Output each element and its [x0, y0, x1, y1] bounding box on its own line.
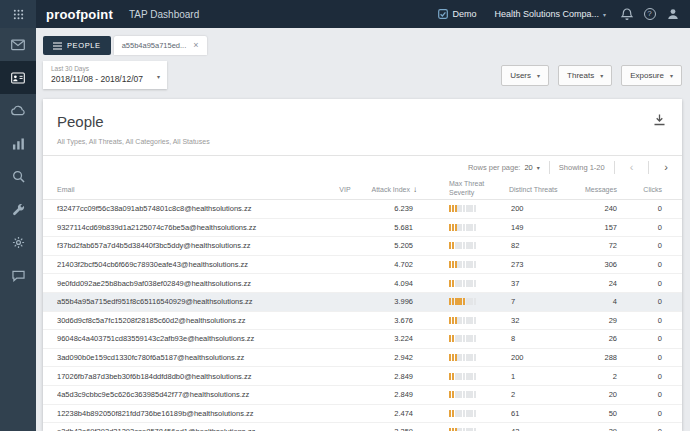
- sidebar-item-mail[interactable]: [0, 28, 36, 61]
- users-dropdown[interactable]: Users ▾: [501, 65, 549, 86]
- table-row[interactable]: 17026fb7a87d3beb30f6b184ddfd8db0@healths…: [43, 367, 682, 386]
- column-header-messages[interactable]: Messages: [579, 186, 641, 193]
- people-icon: [11, 72, 25, 84]
- max-threat-severity-cell: [425, 261, 509, 268]
- column-header-clicks[interactable]: Clicks: [641, 186, 668, 193]
- column-header-max-threat-severity[interactable]: Max Threat Severity: [425, 180, 509, 198]
- email-cell[interactable]: 30d6d9cf8c5a7fc15208f28185c60d2@healthso…: [57, 316, 327, 325]
- column-header-vip[interactable]: VIP: [327, 186, 363, 193]
- column-header-distinct-threats[interactable]: Distinct Threats: [509, 186, 579, 193]
- max-threat-severity-cell: [425, 205, 509, 212]
- caret-down-icon: ▾: [537, 164, 540, 171]
- table-row[interactable]: f37bd2fab657a7d4b5d38440f3bc5ddy@healths…: [43, 237, 682, 256]
- table-row[interactable]: 4a5d3c9cbbc9e5c626c363985d42f77@healthso…: [43, 386, 682, 405]
- table-row[interactable]: 96048c4a403751cd83559143c2afb93e@healths…: [43, 330, 682, 349]
- download-icon: [653, 113, 666, 126]
- email-cell[interactable]: 9e0fdd092ae25b8bacb9af038ef02849@healths…: [57, 279, 327, 288]
- tab-person-detail[interactable]: a55b4a95a715ed... ×: [114, 36, 207, 55]
- messages-cell: 72: [579, 241, 641, 250]
- table-row[interactable]: f32477cc09f56c38a091ab574801c8c8@healths…: [43, 200, 682, 219]
- prev-page-button[interactable]: ‹: [624, 162, 640, 173]
- people-nav-label: PEOPLE: [67, 41, 101, 50]
- exposure-dropdown[interactable]: Exposure ▾: [621, 65, 682, 86]
- messages-cell: 2: [579, 372, 641, 381]
- people-nav-button[interactable]: PEOPLE: [43, 36, 111, 55]
- email-cell[interactable]: e3db42a69f293d31293cae8578456ad1@healths…: [57, 427, 327, 431]
- notifications-button[interactable]: [615, 0, 638, 28]
- table-row[interactable]: 30d6d9cf8c5a7fc15208f28185c60d2@healthso…: [43, 312, 682, 331]
- attack-index-cell: 4.702: [363, 260, 425, 269]
- sidebar-item-people[interactable]: [0, 61, 36, 94]
- rows-per-page-select[interactable]: 20 ▾: [524, 163, 539, 172]
- max-threat-severity-cell: [425, 224, 509, 231]
- email-cell[interactable]: a55b4a95a715edf951f8c65116540929@healths…: [57, 297, 327, 306]
- org-label: Health Solutions Compa...: [494, 9, 599, 19]
- messages-cell: 24: [579, 279, 641, 288]
- divider: [549, 161, 550, 174]
- account-button[interactable]: [661, 0, 684, 28]
- email-cell[interactable]: 3ad090b0e159cd1330fc780f6a5187@healthsol…: [57, 353, 327, 362]
- threats-dropdown[interactable]: Threats ▾: [558, 65, 612, 86]
- close-icon[interactable]: ×: [193, 41, 198, 50]
- filters-row: Last 30 Days 2018/11/08 - 2018/12/07 ▾ U…: [36, 55, 690, 89]
- email-cell[interactable]: 21403f2bcf504cb6f669c78930eafe43@healths…: [57, 260, 327, 269]
- messages-cell: 26: [579, 334, 641, 343]
- mail-icon: [11, 39, 25, 51]
- page-title: People: [57, 113, 104, 130]
- sidebar-item-reports[interactable]: [0, 127, 36, 160]
- bell-icon: [621, 8, 633, 21]
- attack-index-cell: 2.359: [363, 427, 425, 431]
- attack-index-cell: 6.239: [363, 204, 425, 213]
- sidebar-item-cloud[interactable]: [0, 94, 36, 127]
- search-icon: [12, 170, 25, 183]
- app-launcher-button[interactable]: [0, 0, 36, 28]
- proofpoint-logo: proofpoint: [46, 7, 113, 22]
- column-header-attack-index[interactable]: Attack Index ↓: [363, 185, 425, 194]
- table-row[interactable]: e3db42a69f293d31293cae8578456ad1@healths…: [43, 423, 682, 431]
- max-threat-severity-cell: [425, 242, 509, 249]
- filter-dropdowns: Users ▾ Threats ▾ Exposure ▾: [501, 65, 682, 86]
- date-range-selector[interactable]: Last 30 Days 2018/11/08 - 2018/12/07 ▾: [43, 61, 167, 89]
- distinct-threats-cell: 42: [509, 427, 579, 431]
- email-cell[interactable]: f32477cc09f56c38a091ab574801c8c8@healths…: [57, 204, 327, 213]
- sidebar-item-tools[interactable]: [0, 193, 36, 226]
- email-cell[interactable]: 12238b4b892050f821fdd736be16189b@healths…: [57, 409, 327, 418]
- email-cell[interactable]: f37bd2fab657a7d4b5d38440f3bc5ddy@healths…: [57, 241, 327, 250]
- email-cell[interactable]: 4a5d3c9cbbc9e5c626c363985d42f77@healthso…: [57, 390, 327, 399]
- max-threat-severity-cell: [425, 317, 509, 324]
- attack-index-cell: 3.676: [363, 316, 425, 325]
- attack-index-cell: 3.224: [363, 334, 425, 343]
- messages-cell: 50: [579, 409, 641, 418]
- table-row[interactable]: 9327114cd69b839d1a2125074c76be5a@healths…: [43, 219, 682, 238]
- attack-index-cell: 2.849: [363, 390, 425, 399]
- demo-toggle[interactable]: Demo: [429, 0, 485, 28]
- column-header-email[interactable]: Email: [57, 186, 327, 193]
- download-button[interactable]: [651, 111, 668, 131]
- table-row[interactable]: 3ad090b0e159cd1330fc780f6a5187@healthsol…: [43, 349, 682, 368]
- caret-down-icon: ▾: [600, 72, 603, 79]
- wrench-icon: [12, 203, 25, 216]
- email-cell[interactable]: 9327114cd69b839d1a2125074c76be5a@healths…: [57, 223, 327, 232]
- left-sidebar: [0, 28, 36, 431]
- sidebar-item-search[interactable]: [0, 160, 36, 193]
- main-content: PEOPLE a55b4a95a715ed... × Last 30 Days …: [36, 28, 690, 431]
- severity-bar: [449, 224, 509, 231]
- distinct-threats-cell: 61: [509, 409, 579, 418]
- sidebar-item-settings[interactable]: [0, 226, 36, 259]
- table-row[interactable]: a55b4a95a715edf951f8c65116540929@healths…: [43, 293, 682, 312]
- table-row[interactable]: 21403f2bcf504cb6f669c78930eafe43@healths…: [43, 256, 682, 275]
- email-cell[interactable]: 17026fb7a87d3beb30f6b184ddfd8db0@healths…: [57, 372, 327, 381]
- top-navbar: proofpoint TAP Dashboard Demo Health Sol…: [0, 0, 690, 28]
- next-page-button[interactable]: ›: [658, 162, 674, 173]
- menu-icon: [53, 42, 62, 50]
- org-selector[interactable]: Health Solutions Compa... ▾: [485, 0, 615, 28]
- table-row[interactable]: 12238b4b892050f821fdd736be16189b@healths…: [43, 405, 682, 424]
- help-button[interactable]: ?: [638, 0, 661, 28]
- clicks-cell: 0: [641, 260, 668, 269]
- cloud-icon: [11, 105, 26, 116]
- severity-bar: [449, 391, 509, 398]
- chart-icon: [12, 138, 25, 150]
- email-cell[interactable]: 96048c4a403751cd83559143c2afb93e@healths…: [57, 334, 327, 343]
- sidebar-item-feedback[interactable]: [0, 259, 36, 292]
- table-row[interactable]: 9e0fdd092ae25b8bacb9af038ef02849@healths…: [43, 274, 682, 293]
